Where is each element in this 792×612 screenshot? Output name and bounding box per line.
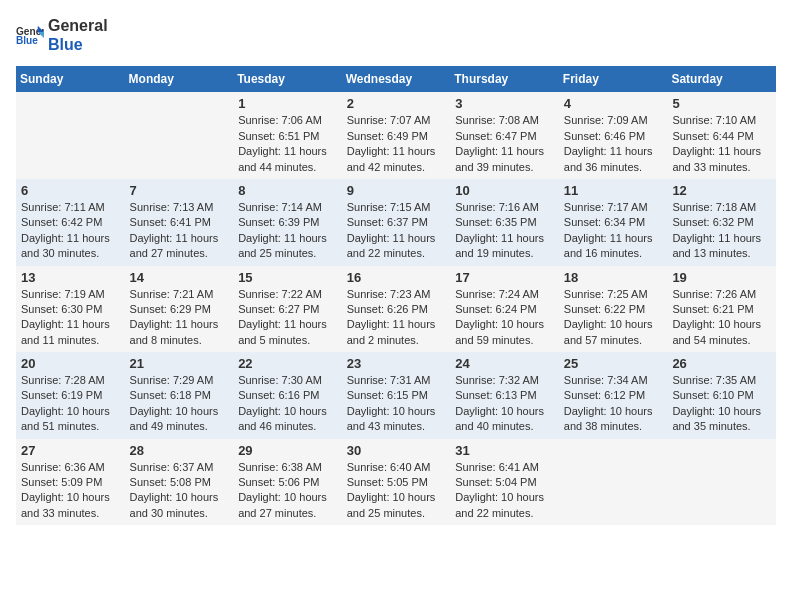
day-number: 8 [238,183,337,198]
calendar-cell: 26Sunrise: 7:35 AMSunset: 6:10 PMDayligh… [667,352,776,439]
day-number: 27 [21,443,120,458]
day-info: Sunrise: 7:14 AMSunset: 6:39 PMDaylight:… [238,200,337,262]
calendar-cell: 30Sunrise: 6:40 AMSunset: 5:05 PMDayligh… [342,439,451,526]
svg-text:Blue: Blue [16,36,38,47]
logo-general: General [48,16,108,35]
calendar-cell: 14Sunrise: 7:21 AMSunset: 6:29 PMDayligh… [125,266,234,353]
calendar-cell: 5Sunrise: 7:10 AMSunset: 6:44 PMDaylight… [667,92,776,179]
weekday-header-saturday: Saturday [667,66,776,92]
calendar-cell: 10Sunrise: 7:16 AMSunset: 6:35 PMDayligh… [450,179,559,266]
calendar-cell: 25Sunrise: 7:34 AMSunset: 6:12 PMDayligh… [559,352,668,439]
day-number: 14 [130,270,229,285]
day-number: 26 [672,356,771,371]
day-info: Sunrise: 7:26 AMSunset: 6:21 PMDaylight:… [672,287,771,349]
logo-icon: General Blue [16,24,44,46]
calendar-cell: 7Sunrise: 7:13 AMSunset: 6:41 PMDaylight… [125,179,234,266]
day-info: Sunrise: 6:40 AMSunset: 5:05 PMDaylight:… [347,460,446,522]
day-number: 20 [21,356,120,371]
calendar-cell: 24Sunrise: 7:32 AMSunset: 6:13 PMDayligh… [450,352,559,439]
calendar-cell: 19Sunrise: 7:26 AMSunset: 6:21 PMDayligh… [667,266,776,353]
day-number: 24 [455,356,554,371]
calendar-cell: 16Sunrise: 7:23 AMSunset: 6:26 PMDayligh… [342,266,451,353]
day-number: 30 [347,443,446,458]
day-info: Sunrise: 7:22 AMSunset: 6:27 PMDaylight:… [238,287,337,349]
day-number: 15 [238,270,337,285]
day-info: Sunrise: 7:25 AMSunset: 6:22 PMDaylight:… [564,287,663,349]
calendar-cell: 12Sunrise: 7:18 AMSunset: 6:32 PMDayligh… [667,179,776,266]
calendar-week-row: 20Sunrise: 7:28 AMSunset: 6:19 PMDayligh… [16,352,776,439]
day-info: Sunrise: 7:23 AMSunset: 6:26 PMDaylight:… [347,287,446,349]
weekday-header-tuesday: Tuesday [233,66,342,92]
calendar-week-row: 1Sunrise: 7:06 AMSunset: 6:51 PMDaylight… [16,92,776,179]
day-info: Sunrise: 7:29 AMSunset: 6:18 PMDaylight:… [130,373,229,435]
day-info: Sunrise: 7:06 AMSunset: 6:51 PMDaylight:… [238,113,337,175]
calendar-table: SundayMondayTuesdayWednesdayThursdayFrid… [16,66,776,525]
weekday-header-sunday: Sunday [16,66,125,92]
calendar-cell: 11Sunrise: 7:17 AMSunset: 6:34 PMDayligh… [559,179,668,266]
calendar-cell: 4Sunrise: 7:09 AMSunset: 6:46 PMDaylight… [559,92,668,179]
day-number: 31 [455,443,554,458]
calendar-cell: 22Sunrise: 7:30 AMSunset: 6:16 PMDayligh… [233,352,342,439]
day-number: 3 [455,96,554,111]
day-number: 29 [238,443,337,458]
day-number: 22 [238,356,337,371]
day-info: Sunrise: 7:30 AMSunset: 6:16 PMDaylight:… [238,373,337,435]
day-info: Sunrise: 7:15 AMSunset: 6:37 PMDaylight:… [347,200,446,262]
calendar-cell: 13Sunrise: 7:19 AMSunset: 6:30 PMDayligh… [16,266,125,353]
day-number: 9 [347,183,446,198]
day-number: 5 [672,96,771,111]
calendar-week-row: 6Sunrise: 7:11 AMSunset: 6:42 PMDaylight… [16,179,776,266]
calendar-cell: 3Sunrise: 7:08 AMSunset: 6:47 PMDaylight… [450,92,559,179]
day-number: 21 [130,356,229,371]
calendar-cell: 20Sunrise: 7:28 AMSunset: 6:19 PMDayligh… [16,352,125,439]
day-number: 28 [130,443,229,458]
day-number: 25 [564,356,663,371]
calendar-cell [125,92,234,179]
weekday-header-monday: Monday [125,66,234,92]
day-info: Sunrise: 7:10 AMSunset: 6:44 PMDaylight:… [672,113,771,175]
calendar-cell: 18Sunrise: 7:25 AMSunset: 6:22 PMDayligh… [559,266,668,353]
day-info: Sunrise: 7:17 AMSunset: 6:34 PMDaylight:… [564,200,663,262]
day-info: Sunrise: 6:41 AMSunset: 5:04 PMDaylight:… [455,460,554,522]
day-number: 13 [21,270,120,285]
calendar-cell: 9Sunrise: 7:15 AMSunset: 6:37 PMDaylight… [342,179,451,266]
calendar-cell: 6Sunrise: 7:11 AMSunset: 6:42 PMDaylight… [16,179,125,266]
day-info: Sunrise: 7:21 AMSunset: 6:29 PMDaylight:… [130,287,229,349]
page-header: General Blue General Blue [16,16,776,54]
day-info: Sunrise: 6:36 AMSunset: 5:09 PMDaylight:… [21,460,120,522]
weekday-header-friday: Friday [559,66,668,92]
day-number: 2 [347,96,446,111]
day-info: Sunrise: 7:31 AMSunset: 6:15 PMDaylight:… [347,373,446,435]
logo-blue: Blue [48,35,108,54]
day-info: Sunrise: 7:19 AMSunset: 6:30 PMDaylight:… [21,287,120,349]
calendar-cell: 23Sunrise: 7:31 AMSunset: 6:15 PMDayligh… [342,352,451,439]
calendar-cell [16,92,125,179]
calendar-week-row: 13Sunrise: 7:19 AMSunset: 6:30 PMDayligh… [16,266,776,353]
calendar-cell: 15Sunrise: 7:22 AMSunset: 6:27 PMDayligh… [233,266,342,353]
day-info: Sunrise: 7:09 AMSunset: 6:46 PMDaylight:… [564,113,663,175]
calendar-week-row: 27Sunrise: 6:36 AMSunset: 5:09 PMDayligh… [16,439,776,526]
day-number: 6 [21,183,120,198]
calendar-cell [559,439,668,526]
calendar-cell: 1Sunrise: 7:06 AMSunset: 6:51 PMDaylight… [233,92,342,179]
calendar-cell [667,439,776,526]
calendar-cell: 27Sunrise: 6:36 AMSunset: 5:09 PMDayligh… [16,439,125,526]
day-info: Sunrise: 7:24 AMSunset: 6:24 PMDaylight:… [455,287,554,349]
day-info: Sunrise: 7:07 AMSunset: 6:49 PMDaylight:… [347,113,446,175]
day-info: Sunrise: 7:16 AMSunset: 6:35 PMDaylight:… [455,200,554,262]
day-info: Sunrise: 7:35 AMSunset: 6:10 PMDaylight:… [672,373,771,435]
day-number: 18 [564,270,663,285]
day-info: Sunrise: 7:34 AMSunset: 6:12 PMDaylight:… [564,373,663,435]
day-number: 23 [347,356,446,371]
day-number: 19 [672,270,771,285]
calendar-cell: 17Sunrise: 7:24 AMSunset: 6:24 PMDayligh… [450,266,559,353]
day-info: Sunrise: 7:28 AMSunset: 6:19 PMDaylight:… [21,373,120,435]
day-number: 16 [347,270,446,285]
calendar-cell: 29Sunrise: 6:38 AMSunset: 5:06 PMDayligh… [233,439,342,526]
day-info: Sunrise: 6:38 AMSunset: 5:06 PMDaylight:… [238,460,337,522]
day-number: 17 [455,270,554,285]
day-number: 10 [455,183,554,198]
calendar-cell: 21Sunrise: 7:29 AMSunset: 6:18 PMDayligh… [125,352,234,439]
day-number: 7 [130,183,229,198]
logo: General Blue General Blue [16,16,108,54]
